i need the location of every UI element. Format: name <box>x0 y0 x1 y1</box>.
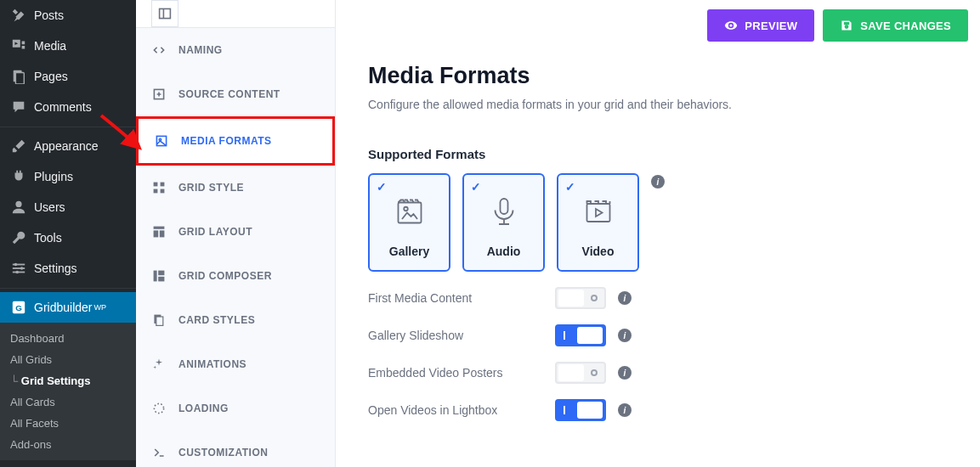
svg-rect-20 <box>154 227 165 229</box>
submenu-grid-settings[interactable]: Grid Settings <box>0 370 136 391</box>
terminal-icon <box>151 445 167 460</box>
sidebar-label: Plugins <box>34 170 73 183</box>
tab-naming[interactable]: NAMING <box>136 28 335 72</box>
wp-submenu: Dashboard All Grids Grid Settings All Ca… <box>0 323 136 460</box>
info-icon[interactable]: i <box>651 175 665 188</box>
tab-card-styles[interactable]: CARD STYLES <box>136 298 335 342</box>
info-icon[interactable]: i <box>618 329 632 342</box>
sidebar-item-media[interactable]: Media <box>0 31 136 61</box>
card-icon <box>151 312 167 328</box>
info-icon[interactable]: i <box>618 366 632 380</box>
loading-icon <box>151 401 167 416</box>
tab-grid-style[interactable]: GRID STYLE <box>136 166 335 210</box>
sidebar-item-posts[interactable]: Posts <box>0 0 136 31</box>
sidebar-label: Tools <box>34 231 62 245</box>
option-row-first-media: First Media Content i <box>368 287 948 309</box>
sidebar-item-users[interactable]: Users <box>0 192 136 222</box>
preview-button[interactable]: PREVIEW <box>707 9 814 42</box>
actions-bar: PREVIEW SAVE CHANGES <box>707 9 968 42</box>
sidebar-item-settings[interactable]: Settings <box>0 253 136 284</box>
svg-point-7 <box>20 267 24 270</box>
toggle-open-lightbox[interactable] <box>555 399 606 421</box>
video-icon <box>583 196 614 229</box>
source-icon <box>151 87 167 102</box>
tab-label: ANIMATIONS <box>178 358 246 370</box>
svg-rect-16 <box>154 183 158 187</box>
svg-rect-18 <box>154 189 158 194</box>
tab-media-formats[interactable]: MEDIA FORMATS <box>136 116 335 166</box>
submenu-dashboard[interactable]: Dashboard <box>0 328 136 349</box>
tab-label: NAMING <box>178 44 223 56</box>
sidebar-item-pages[interactable]: Pages <box>0 61 136 92</box>
composer-icon <box>151 268 167 284</box>
tab-customization[interactable]: CUSTOMIZATION <box>136 430 335 467</box>
svg-rect-23 <box>154 271 157 282</box>
tab-label: SOURCE CONTENT <box>178 88 280 100</box>
pin-icon <box>10 7 27 24</box>
sidebar-label: Gridbuilder <box>34 301 92 314</box>
submenu-all-facets[interactable]: All Facets <box>0 413 136 434</box>
tab-label: LOADING <box>178 402 229 414</box>
sidebar-item-gridbuilder[interactable]: G Gridbuilder WP <box>0 292 136 323</box>
format-card-video[interactable]: ✓ Video <box>557 173 639 272</box>
svg-rect-22 <box>160 230 165 237</box>
submenu-addons[interactable]: Add-ons <box>0 434 136 455</box>
svg-text:G: G <box>15 303 22 312</box>
sidebar-sup: WP <box>93 303 106 312</box>
format-card-audio[interactable]: ✓ Audio <box>462 173 545 272</box>
user-icon <box>10 199 27 216</box>
layout-icon <box>151 224 167 239</box>
svg-rect-21 <box>154 230 159 237</box>
option-row-gallery-slideshow: Gallery Slideshow i <box>368 324 948 346</box>
tab-label: GRID COMPOSER <box>178 270 272 282</box>
svg-point-6 <box>14 263 18 267</box>
tab-animations[interactable]: ANIMATIONS <box>136 342 335 386</box>
tab-source-content[interactable]: SOURCE CONTENT <box>136 72 335 116</box>
info-icon[interactable]: i <box>618 291 632 305</box>
format-label: Audio <box>487 245 521 258</box>
layout-toggle-button[interactable] <box>151 0 178 27</box>
sidebar-label: Pages <box>34 70 68 83</box>
save-button[interactable]: SAVE CHANGES <box>823 9 968 42</box>
main-panel: PREVIEW SAVE CHANGES Media Formats Confi… <box>336 0 980 467</box>
eye-icon <box>724 19 738 32</box>
tab-grid-layout[interactable]: GRID LAYOUT <box>136 210 335 254</box>
plug-icon <box>10 168 27 185</box>
wrench-icon <box>10 229 27 246</box>
gridbuilder-icon: G <box>10 299 27 316</box>
format-label: Gallery <box>389 245 429 258</box>
section-title: Supported Formats <box>368 147 948 161</box>
submenu-all-grids[interactable]: All Grids <box>0 349 136 370</box>
sidebar-item-tools[interactable]: Tools <box>0 222 136 253</box>
toggle-gallery-slideshow[interactable] <box>555 324 606 346</box>
content-area: NAMING SOURCE CONTENT MEDIA FORMATS GRID… <box>136 0 980 467</box>
toggle-first-media[interactable] <box>555 287 606 309</box>
image-icon <box>154 133 169 149</box>
pages-icon <box>10 68 27 85</box>
option-label: Open Videos in Lightbox <box>368 403 555 417</box>
tab-loading[interactable]: LOADING <box>136 386 335 430</box>
tab-grid-composer[interactable]: GRID COMPOSER <box>136 254 335 298</box>
option-label: Gallery Slideshow <box>368 329 555 342</box>
sidebar-item-appearance[interactable]: Appearance <box>0 131 136 161</box>
sidebar-item-plugins[interactable]: Plugins <box>0 161 136 192</box>
gallery-icon <box>394 196 425 229</box>
svg-rect-11 <box>160 8 171 18</box>
sidebar-label: Posts <box>34 8 64 22</box>
info-icon[interactable]: i <box>618 403 632 417</box>
toggle-embedded-posters[interactable] <box>555 362 606 384</box>
submenu-all-cards[interactable]: All Cards <box>0 391 136 413</box>
option-label: Embedded Video Posters <box>368 366 555 380</box>
svg-point-30 <box>404 207 408 211</box>
tab-label: GRID LAYOUT <box>178 226 252 238</box>
svg-point-2 <box>15 201 21 207</box>
svg-rect-1 <box>15 73 24 85</box>
format-card-gallery[interactable]: ✓ Gallery <box>368 173 450 272</box>
sidebar-item-comments[interactable]: Comments <box>0 92 136 122</box>
svg-rect-24 <box>158 271 164 276</box>
sidebar-label: Media <box>34 39 66 53</box>
save-icon <box>840 19 853 32</box>
comment-icon <box>10 98 27 115</box>
sidebar-label: Appearance <box>34 139 99 153</box>
button-label: PREVIEW <box>745 20 797 32</box>
